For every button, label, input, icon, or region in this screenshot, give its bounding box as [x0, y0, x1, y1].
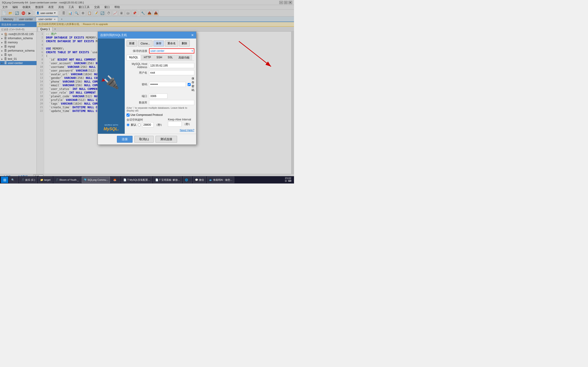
host-label: MySQL Host Address [127, 62, 147, 69]
save-password-checkbox[interactable]: 保存密码 [188, 77, 194, 92]
dialog-toolbar: 新建Clone...保存重命名删除 [127, 40, 194, 47]
database-row: 数据库 [127, 100, 194, 105]
compressed-protocol-checkbox[interactable]: Use Compressed Protocol [127, 113, 194, 117]
taskbar: ⊞ 🔍 🎵 娱乐 (E:) 📁 target 🎵 Bloom of Youth … [0, 176, 294, 184]
port-row: 端口 [127, 94, 194, 99]
save-value: user-center [150, 49, 164, 52]
form-note: (Use ';' to separate multiple databases.… [127, 106, 194, 112]
taskbar-sqlyog[interactable]: 🐬 SQLyog Commu... [82, 177, 110, 183]
keepalive-right: Keep-Alive Interval （秒） [168, 118, 191, 127]
system-tray: 中 ⌨ [285, 180, 291, 183]
dialog-body: 🔌 ➤ WORKS WITH MySQL. 新建Clone...保存重命名删除 … [98, 39, 196, 134]
database-input[interactable] [149, 100, 194, 105]
mysql-logo: MySQL. [104, 127, 119, 131]
save-dropdown[interactable]: user-center ▾ [149, 48, 194, 53]
user-label: 用户名 [127, 71, 147, 75]
taskbar-ai[interactable]: 🐟 鱼聪明AI · 做您... [207, 177, 234, 183]
connection-dialog: 连接到我的SQL主机 ✕ 🔌 ➤ WORKS WITH MySQL. 新建Clo… [98, 31, 196, 145]
dialog-tab-MySQL[interactable]: MySQL [127, 55, 141, 60]
taskbar-bloom[interactable]: 🎵 Bloom of Youth _ [53, 177, 81, 183]
start-button[interactable]: ⊞ [1, 177, 8, 183]
footer-btn-[interactable]: 测试连接 [156, 136, 177, 143]
database-label: 数据库 [127, 101, 147, 105]
session-custom-radio[interactable] [138, 123, 141, 126]
dialog-close-button[interactable]: ✕ [191, 33, 194, 37]
plug-icon: 🔌 ➤ [103, 75, 120, 90]
dialog-title-text: 连接到我的SQL主机 [100, 33, 127, 37]
dialog-tab-SSH[interactable]: SSH [154, 55, 165, 60]
help-link[interactable]: Need Help? [127, 129, 194, 132]
dialog-btn-[interactable]: 新建 [127, 40, 137, 47]
works-with-label: WORKS WITH [104, 124, 118, 126]
keepalive-label: Keep-Alive Interval [168, 118, 191, 121]
dialog-btn-clone[interactable]: Clone... [138, 40, 153, 47]
session-options: 默认 （秒） [127, 122, 163, 127]
keepalive-sec-label: （秒） [183, 122, 191, 126]
session-default-label: 默认 [131, 123, 137, 127]
user-input[interactable] [149, 70, 194, 75]
taskbar-mysql-install[interactable]: 📄 T MySQL安装配置... [121, 177, 152, 183]
save-password-label: 保存密码 [191, 77, 194, 92]
taskbar-btpanel[interactable]: 📄 T 宝塔面板: 解放... [153, 177, 182, 183]
lang-indicator[interactable]: 中 [285, 180, 287, 183]
session-default-radio[interactable] [127, 123, 130, 126]
password-label: 密码 [127, 83, 147, 86]
save-chevron-icon: ▾ [191, 49, 193, 52]
clock-time: 23:02 [285, 177, 291, 180]
dialog-btn-[interactable]: 保存 [153, 40, 164, 47]
host-row: MySQL Host Address [127, 62, 194, 69]
taskbar-folder[interactable]: 📁 target [38, 177, 52, 183]
dialog-btn-[interactable]: 重命名 [165, 40, 178, 47]
save-password-check[interactable] [188, 83, 191, 86]
port-input[interactable] [149, 94, 167, 99]
dialog-tab-HTTP[interactable]: HTTP [141, 55, 153, 60]
session-sec-label: （秒） [155, 123, 163, 127]
password-row: 密码 保存密码 [127, 77, 194, 92]
keepalive-options: （秒） [168, 122, 191, 127]
dialog-tab-高级功能[interactable]: 高级功能 [176, 55, 192, 60]
footer-btn-l[interactable]: 取消(L) [134, 136, 154, 143]
dialog-title-bar: 连接到我的SQL主机 ✕ [98, 32, 196, 39]
dialog-right-panel: 新建Clone...保存重命名删除 保/存的连接 user-center ▾ M… [125, 39, 196, 134]
port-label: 端口 [127, 94, 147, 98]
taskbar-search[interactable]: 🔍 [9, 177, 18, 183]
compressed-check[interactable] [127, 114, 130, 117]
dialog-tabs: MySQLHTTPSSHSSL高级功能 [127, 55, 194, 60]
taskbar-chrome[interactable]: 🌐 [183, 177, 192, 183]
save-row: 保/存的连接 user-center ▾ [127, 48, 194, 53]
session-label: 会话空闲超时 [127, 118, 163, 122]
session-left: 会话空闲超时 默认 （秒） [127, 118, 163, 127]
taskbar-clock: 23:02 中 ⌨ [283, 177, 293, 183]
dialog-btn-[interactable]: 删除 [179, 40, 190, 47]
password-input[interactable] [149, 82, 186, 87]
dialog-overlay: 连接到我的SQL主机 ✕ 🔌 ➤ WORKS WITH MySQL. 新建Clo… [0, 0, 294, 176]
taskbar-music[interactable]: 🎵 娱乐 (E:) [19, 177, 37, 183]
session-custom-input[interactable] [142, 122, 154, 127]
dialog-tab-SSL[interactable]: SSL [165, 55, 175, 60]
compressed-label: Use Compressed Protocol [130, 113, 163, 117]
dialog-footer: 连接取消(L)测试连接 [98, 134, 196, 144]
footer-btn-[interactable]: 连接 [117, 136, 132, 143]
taskbar-firefox[interactable]: 🦊 [111, 177, 120, 183]
keepalive-input[interactable] [168, 122, 182, 127]
dialog-left-panel: 🔌 ➤ WORKS WITH MySQL. [98, 39, 125, 134]
session-area: 会话空闲超时 默认 （秒） Keep-Alive Interval [127, 118, 194, 127]
user-row: 用户名 [127, 70, 194, 75]
host-input[interactable] [149, 63, 194, 68]
taskbar-wechat[interactable]: 💬 微信 [193, 177, 206, 183]
keyboard-icon[interactable]: ⌨ [288, 180, 291, 183]
save-label: 保/存的连接 [127, 49, 147, 53]
